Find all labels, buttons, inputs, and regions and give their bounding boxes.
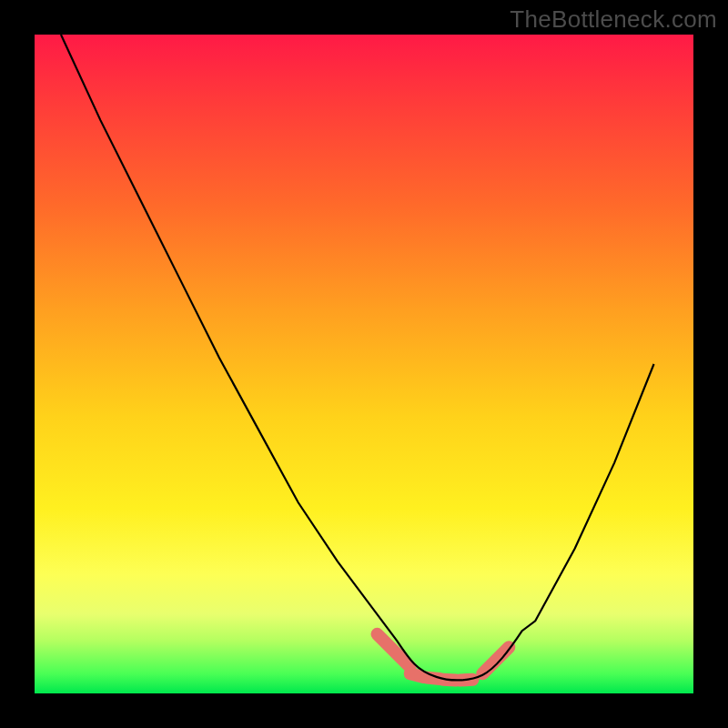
bottleneck-curve [61, 35, 654, 680]
plot-area [33, 33, 695, 695]
right-marker [482, 647, 509, 673]
watermark-text: TheBottleneck.com [510, 5, 717, 34]
left-marker [377, 634, 410, 667]
chart-svg [35, 35, 693, 693]
chart-frame: TheBottleneck.com [0, 0, 728, 728]
